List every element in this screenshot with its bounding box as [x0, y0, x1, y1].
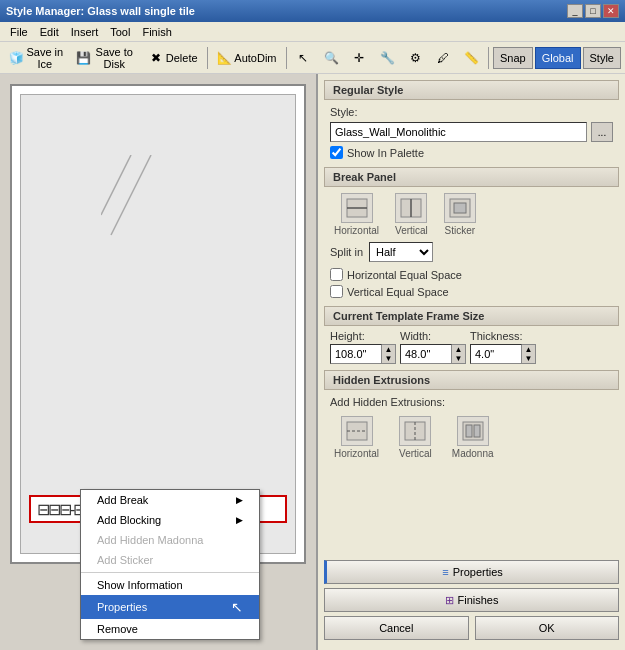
delete-button[interactable]: ✖ Delete — [143, 45, 203, 71]
svg-rect-13 — [466, 425, 472, 437]
context-arrow-1: ▶ — [236, 495, 243, 505]
show-palette-label: Show In Palette — [347, 147, 424, 159]
save-ice-icon: 🧊 — [9, 50, 24, 66]
split-label: Split in — [330, 246, 363, 258]
dimensions-row: Height: ▲▼ Width: ▲▼ — [324, 328, 619, 366]
tool6-icon: 🖊 — [435, 50, 451, 66]
h-break-svg — [345, 197, 369, 219]
menu-finish[interactable]: Finish — [136, 24, 177, 40]
hidden-madonna-label: Madonna — [452, 448, 494, 459]
svg-rect-14 — [474, 425, 480, 437]
style-button[interactable]: Style — [583, 47, 621, 69]
autodim-button[interactable]: 📐 AutoDim — [211, 45, 281, 71]
break-horizontal-icon-item[interactable]: Horizontal — [334, 193, 379, 236]
width-input[interactable] — [400, 344, 452, 364]
tool5[interactable]: ⚙ — [402, 45, 428, 71]
break-horizontal-label: Horizontal — [334, 225, 379, 236]
hidden-vertical-item[interactable]: Vertical — [399, 416, 432, 459]
main-content: ⊟⊟⊟-⊟-⊟ Add Break ▶ Add Blocking ▶ Add H… — [0, 74, 625, 650]
height-input[interactable] — [330, 344, 382, 364]
cancel-button[interactable]: Cancel — [324, 616, 469, 640]
tool4[interactable]: 🔧 — [374, 45, 400, 71]
break-sticker-icon-item[interactable]: Sticker — [444, 193, 476, 236]
sticker-svg — [448, 197, 472, 219]
split-select[interactable]: Half Third Quarter — [369, 242, 433, 262]
maximize-button[interactable]: □ — [585, 4, 601, 18]
tool7[interactable]: 📏 — [458, 45, 484, 71]
menu-insert[interactable]: Insert — [65, 24, 105, 40]
hidden-horizontal-label: Horizontal — [334, 448, 379, 459]
context-add-break[interactable]: Add Break ▶ — [81, 490, 259, 510]
cursor-icon: ↖ — [295, 50, 311, 66]
context-show-info[interactable]: Show Information — [81, 575, 259, 595]
save-ice-button[interactable]: 🧊 Save in Ice — [4, 45, 69, 71]
style-label-row: Style: — [330, 106, 613, 118]
minimize-button[interactable]: _ — [567, 4, 583, 18]
window-controls[interactable]: _ □ ✕ — [567, 4, 619, 18]
finishes-button[interactable]: ⊞ Finishes — [324, 588, 619, 612]
snap-button[interactable]: Snap — [493, 47, 533, 69]
v-break-svg — [399, 197, 423, 219]
svg-line-0 — [101, 155, 131, 215]
tool5-icon: ⚙ — [407, 50, 423, 66]
thickness-stepper[interactable]: ▲▼ — [522, 344, 536, 364]
height-group: Height: ▲▼ — [330, 330, 396, 364]
regular-style-content: Style: ... Show In Palette — [324, 102, 619, 163]
hidden-madonna-item[interactable]: Madonna — [452, 416, 494, 459]
add-hidden-label: Add Hidden Extrusions: — [330, 396, 613, 408]
properties-button[interactable]: ≡ Properties — [324, 560, 619, 584]
toolbar: 🧊 Save in Ice 💾 Save to Disk ✖ Delete 📐 … — [0, 42, 625, 74]
tool7-icon: 📏 — [463, 50, 479, 66]
style-label: Style: — [330, 106, 358, 118]
toolbar-separator-1 — [207, 47, 208, 69]
menu-bar: File Edit Insert Tool Finish — [0, 22, 625, 42]
hidden-extrusions-content: Add Hidden Extrusions: — [324, 392, 619, 412]
template-frame-section: Current Template Frame Size Height: ▲▼ W… — [324, 306, 619, 366]
regular-style-header: Regular Style — [324, 80, 619, 100]
global-button[interactable]: Global — [535, 47, 581, 69]
height-stepper[interactable]: ▲▼ — [382, 344, 396, 364]
cursor-pointer-icon: ↖ — [231, 599, 243, 615]
width-stepper[interactable]: ▲▼ — [452, 344, 466, 364]
hidden-vertical-label: Vertical — [399, 448, 432, 459]
bottom-buttons: ≡ Properties ⊞ Finishes Cancel OK — [324, 556, 619, 644]
move-tool[interactable]: ✛ — [346, 45, 372, 71]
break-panel-section: Break Panel Horizontal — [324, 167, 619, 302]
context-remove[interactable]: Remove — [81, 619, 259, 639]
tool6[interactable]: 🖊 — [430, 45, 456, 71]
v-equal-row: Vertical Equal Space — [330, 285, 613, 298]
width-group: Width: ▲▼ — [400, 330, 466, 364]
madonna-svg — [461, 420, 485, 442]
hidden-horizontal-item[interactable]: Horizontal — [334, 416, 379, 459]
ok-button[interactable]: OK — [475, 616, 620, 640]
break-vertical-icon-item[interactable]: Vertical — [395, 193, 428, 236]
v-hidden-svg — [403, 420, 427, 442]
save-disk-button[interactable]: 💾 Save to Disk — [71, 45, 141, 71]
move-icon: ✛ — [351, 50, 367, 66]
show-palette-checkbox[interactable] — [330, 146, 343, 159]
v-equal-checkbox[interactable] — [330, 285, 343, 298]
select-tool[interactable]: 🔍 — [318, 45, 344, 71]
thickness-input[interactable] — [470, 344, 522, 364]
h-equal-checkbox[interactable] — [330, 268, 343, 281]
split-row: Split in Half Third Quarter — [324, 240, 619, 264]
show-palette-row: Show In Palette — [330, 146, 613, 159]
style-browse-button[interactable]: ... — [591, 122, 613, 142]
context-properties[interactable]: Properties ↖ — [81, 595, 259, 619]
equal-space-section: Horizontal Equal Space Vertical Equal Sp… — [324, 264, 619, 302]
close-button[interactable]: ✕ — [603, 4, 619, 18]
style-input[interactable] — [330, 122, 587, 142]
menu-file[interactable]: File — [4, 24, 34, 40]
window-title: Style Manager: Glass wall single tile — [6, 5, 195, 17]
menu-tool[interactable]: Tool — [104, 24, 136, 40]
break-horizontal-icon — [341, 193, 373, 223]
toolbar-separator-3 — [488, 47, 489, 69]
toolbar-separator-2 — [286, 47, 287, 69]
title-bar: Style Manager: Glass wall single tile _ … — [0, 0, 625, 22]
ok-cancel-row: Cancel OK — [324, 616, 619, 640]
context-add-blocking[interactable]: Add Blocking ▶ — [81, 510, 259, 530]
hidden-extrusions-header: Hidden Extrusions — [324, 370, 619, 390]
menu-edit[interactable]: Edit — [34, 24, 65, 40]
cursor-tool[interactable]: ↖ — [290, 45, 316, 71]
height-label: Height: — [330, 330, 396, 342]
